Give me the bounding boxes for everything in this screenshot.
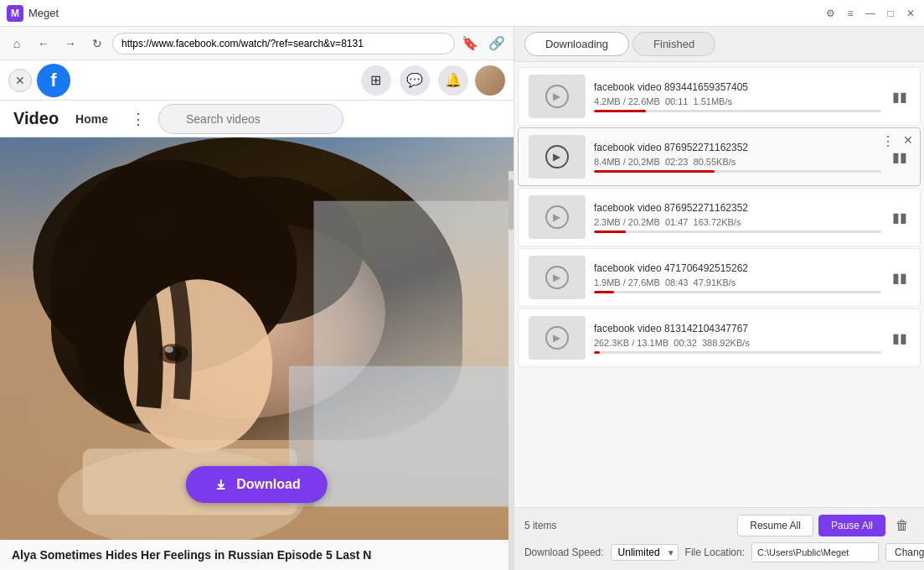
progress-fill-4 bbox=[594, 291, 614, 293]
window-controls: ⚙ ≡ — □ ✕ bbox=[823, 7, 917, 20]
url-input[interactable] bbox=[112, 33, 455, 54]
item-name-2: facebook video 876952271162352 bbox=[594, 142, 881, 153]
footer-top: 5 items Resume All Pause All 🗑 bbox=[524, 515, 914, 536]
video-title: Alya Sometimes Hides Her Feelings in Rus… bbox=[0, 540, 514, 570]
play-icon-5: ▶ bbox=[545, 326, 569, 350]
back-button[interactable]: ← bbox=[32, 32, 55, 55]
play-icon-1: ▶ bbox=[545, 85, 569, 108]
item-controls-1: ▮▮ bbox=[890, 86, 910, 106]
resume-all-button[interactable]: Resume All bbox=[737, 515, 813, 536]
download-footer: 5 items Resume All Pause All 🗑 Download … bbox=[514, 507, 924, 570]
fb-messenger-button[interactable]: 💬 bbox=[400, 65, 430, 96]
fb-search-input[interactable] bbox=[158, 104, 343, 134]
play-icon-4: ▶ bbox=[545, 266, 569, 289]
fb-video-section-title: Video bbox=[13, 109, 59, 128]
play-icon-2: ▶ bbox=[545, 145, 569, 168]
download-button[interactable]: Download bbox=[186, 466, 327, 503]
fb-home-link[interactable]: Home bbox=[65, 107, 118, 131]
download-item: ▶ facebook video 876952271162352 2.3MB /… bbox=[518, 188, 921, 246]
download-item: ▶ facebook video 893441659357405 4.2MB /… bbox=[518, 67, 921, 126]
download-item: ▶ facebook video 876952271162352 8.4MB /… bbox=[518, 127, 921, 186]
close-button-2[interactable]: ✕ bbox=[903, 133, 913, 147]
more-button-2[interactable]: ⋮ bbox=[881, 133, 895, 149]
progress-fill-5 bbox=[594, 351, 600, 354]
forward-button[interactable]: → bbox=[59, 32, 82, 55]
item-controls-3: ▮▮ bbox=[890, 207, 910, 227]
fb-grid-button[interactable]: ⊞ bbox=[361, 65, 391, 96]
item-controls-4: ▮▮ bbox=[890, 267, 910, 288]
bookmark-button[interactable]: 🔖 bbox=[458, 32, 482, 55]
close-button[interactable]: ✕ bbox=[904, 7, 917, 20]
item-thumbnail-1: ▶ bbox=[529, 75, 586, 118]
item-thumbnail-2: ▶ bbox=[529, 135, 586, 179]
progress-bar-3 bbox=[594, 231, 881, 233]
progress-bar-2 bbox=[594, 170, 881, 173]
app-title: Meget bbox=[28, 7, 823, 19]
maximize-button[interactable]: □ bbox=[884, 7, 897, 20]
scrollbar[interactable] bbox=[508, 171, 514, 570]
download-item: ▶ facebook video 471706492515262 1.9MB /… bbox=[518, 248, 921, 307]
item-meta-1: 4.2MB / 22.6MB 00:11 1.51MB/s bbox=[594, 96, 881, 106]
settings-button[interactable]: ⚙ bbox=[823, 7, 837, 20]
app-logo: M bbox=[7, 5, 23, 22]
fb-avatar[interactable] bbox=[475, 65, 505, 96]
download-icon bbox=[213, 476, 230, 493]
speed-select[interactable]: Unlimited bbox=[611, 544, 679, 561]
item-thumbnail-4: ▶ bbox=[529, 256, 586, 299]
item-thumbnail-3: ▶ bbox=[529, 195, 586, 239]
item-meta-5: 262.3KB / 13.1MB 00:32 388.92KB/s bbox=[594, 338, 881, 348]
pause-button-1[interactable]: ▮▮ bbox=[890, 86, 910, 106]
browser-panel: ⌂ ← → ↻ 🔖 🔗 ✕ f ⊞ 💬 🔔 Video Home ⋮ 🔍 bbox=[0, 27, 514, 570]
extension-button[interactable]: 🔗 bbox=[485, 32, 508, 55]
item-info-5: facebook video 813142104347767 262.3KB /… bbox=[594, 323, 881, 354]
scroll-thumb[interactable] bbox=[508, 179, 514, 230]
progress-fill-2 bbox=[594, 170, 715, 173]
trash-button[interactable]: 🗑 bbox=[890, 515, 914, 536]
change-button[interactable]: Change bbox=[885, 543, 924, 562]
menu-button[interactable]: ≡ bbox=[844, 7, 857, 20]
fb-bell-button[interactable]: 🔔 bbox=[438, 65, 468, 96]
progress-bar-5 bbox=[594, 351, 881, 354]
download-panel: Downloading Finished ▶ facebook video 89… bbox=[514, 27, 924, 570]
video-thumbnail bbox=[0, 137, 514, 570]
pause-button-4[interactable]: ▮▮ bbox=[890, 267, 910, 288]
download-tabs: Downloading Finished bbox=[514, 27, 924, 62]
pause-all-button[interactable]: Pause All bbox=[818, 515, 885, 536]
progress-bar-4 bbox=[594, 291, 881, 293]
refresh-button[interactable]: ↻ bbox=[85, 32, 109, 55]
play-icon-3: ▶ bbox=[545, 205, 569, 229]
progress-fill-1 bbox=[594, 110, 646, 112]
item-controls-2: ▮▮ bbox=[890, 147, 910, 167]
fb-close-button[interactable]: ✕ bbox=[8, 69, 32, 92]
video-content: Download Alya Sometimes Hides Her Feelin… bbox=[0, 137, 514, 570]
tab-downloading[interactable]: Downloading bbox=[524, 32, 629, 56]
file-location-input[interactable] bbox=[751, 542, 879, 562]
pause-button-5[interactable]: ▮▮ bbox=[890, 328, 910, 348]
title-bar: M Meget ⚙ ≡ — □ ✕ bbox=[0, 0, 924, 27]
item-info-3: facebook video 876952271162352 2.3MB / 2… bbox=[594, 202, 881, 233]
item-info-4: facebook video 471706492515262 1.9MB / 2… bbox=[594, 262, 881, 293]
item-controls-5: ▮▮ bbox=[890, 328, 910, 348]
progress-fill-3 bbox=[594, 231, 626, 233]
pause-button-2[interactable]: ▮▮ bbox=[890, 147, 910, 167]
speed-label: Download Speed: bbox=[524, 547, 604, 558]
home-button[interactable]: ⌂ bbox=[5, 32, 28, 55]
footer-actions: Resume All Pause All 🗑 bbox=[737, 515, 914, 536]
pause-button-3[interactable]: ▮▮ bbox=[890, 207, 910, 227]
svg-point-6 bbox=[165, 346, 173, 353]
facebook-logo: f bbox=[37, 64, 70, 97]
item-meta-4: 1.9MB / 27.6MB 08:43 47.91KB/s bbox=[594, 277, 881, 288]
fb-more-button[interactable]: ⋮ bbox=[125, 106, 152, 132]
item-meta-2: 8.4MB / 20.2MB 02:23 80.55KB/s bbox=[594, 157, 881, 167]
file-location-label: File Location: bbox=[685, 547, 745, 558]
item-name-5: facebook video 813142104347767 bbox=[594, 323, 881, 334]
item-name-3: facebook video 876952271162352 bbox=[594, 202, 881, 214]
progress-bar-1 bbox=[594, 110, 881, 112]
fb-video-nav: Video Home ⋮ 🔍 bbox=[0, 101, 514, 137]
item-info-1: facebook video 893441659357405 4.2MB / 2… bbox=[594, 81, 881, 112]
tab-finished[interactable]: Finished bbox=[632, 32, 715, 56]
download-list: ▶ facebook video 893441659357405 4.2MB /… bbox=[514, 62, 924, 507]
minimize-button[interactable]: — bbox=[864, 7, 877, 20]
item-meta-3: 2.3MB / 20.2MB 01:47 163.72KB/s bbox=[594, 217, 881, 227]
anime-svg bbox=[0, 137, 514, 570]
